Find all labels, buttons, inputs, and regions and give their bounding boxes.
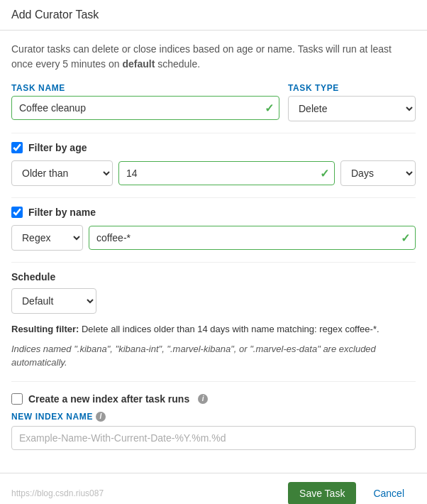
modal-title: Add Curator Task [11,9,99,21]
resulting-filter: Resulting filter: Delete all indices old… [11,322,416,336]
filter-name-type-select[interactable]: Regex Prefix Suffix [11,225,83,251]
resulting-filter-prefix: Resulting filter: [11,324,79,334]
new-index-name-input[interactable] [11,426,416,450]
filter-age-checkbox[interactable] [11,142,23,153]
filter-age-label: Filter by age [28,142,87,153]
cancel-button[interactable]: Cancel [362,482,416,505]
filter-age-unit-select[interactable]: Days Hours Weeks Months [340,160,416,186]
divider-2 [11,197,416,198]
filter-name-value-input[interactable] [89,226,416,250]
filter-age-value-input[interactable] [118,161,335,185]
description-text-after: schedule. [155,58,200,70]
filter-name-check-icon: ✓ [401,231,410,245]
task-type-label: Task Type [288,83,416,93]
create-new-index-label: Create a new index after task runs [28,393,189,405]
modal-footer: https://blog.csdn.rius087 Save Task Canc… [0,473,427,505]
new-index-info-icon[interactable]: i [96,412,106,422]
filter-age-check-icon: ✓ [320,167,329,180]
create-new-index-info-icon[interactable]: i [198,394,208,404]
filter-name-label: Filter by name [28,207,96,218]
watermark: https://blog.csdn.rius087 [11,488,104,498]
task-name-input[interactable] [11,96,279,120]
modal-header: Add Curator Task [0,0,427,31]
schedule-select[interactable]: Default Custom [11,288,96,314]
task-type-select[interactable]: Delete Close [288,96,416,121]
task-name-check-icon: ✓ [265,102,274,115]
save-button[interactable]: Save Task [288,482,356,505]
description-bold: default [122,58,155,70]
description: Curator tasks can delete or close indice… [11,42,416,72]
task-name-label: Task Name [11,83,279,93]
filter-name-checkbox[interactable] [11,207,23,218]
resulting-filter-text: Delete all indices older than 14 days wi… [79,324,379,334]
create-new-index-checkbox[interactable] [11,393,23,405]
divider-3 [11,262,416,263]
divider-1 [11,133,416,133]
excluded-note: Indices named ".kibana", "kibana-int", "… [11,342,416,370]
description-text-before: Curator tasks can delete or close indice… [11,43,392,70]
new-index-name-label: New Index Name [11,412,93,422]
filter-age-condition-select[interactable]: Older than Younger than [11,160,113,186]
schedule-label: Schedule [11,271,416,283]
